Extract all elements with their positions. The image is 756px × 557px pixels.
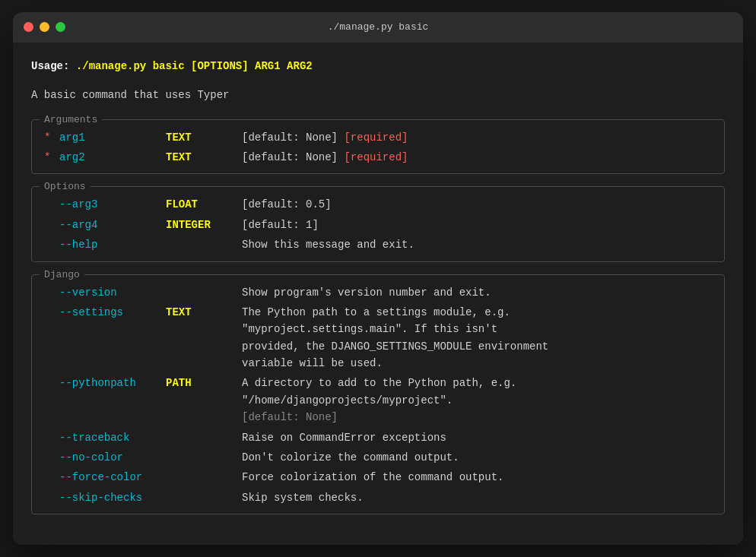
- table-row: --traceback Raise on CommandError except…: [32, 428, 724, 448]
- option-desc: The Python path to a settings module, e.…: [242, 304, 712, 372]
- desc-line: "/home/djangoprojects/myproject".: [242, 392, 712, 409]
- usage-label: Usage:: [31, 60, 69, 72]
- option-desc: Raise on CommandError exceptions: [242, 429, 712, 446]
- table-row: --arg3 FLOAT [default: 0.5]: [32, 195, 724, 214]
- arg-type: TEXT: [166, 129, 242, 146]
- option-name: --arg4: [59, 217, 166, 233]
- option-desc: A directory to add to the Python path, e…: [242, 375, 712, 426]
- desc-line: "myproject.settings.main". If this isn't: [242, 321, 712, 337]
- option-name: --version: [59, 284, 166, 301]
- table-row: --pythonpath PATH A directory to add to …: [32, 373, 724, 427]
- desc-line: A directory to add to the Python path, e…: [242, 375, 712, 391]
- arguments-section: Arguments * arg1 TEXT [default: None] [r…: [31, 119, 725, 175]
- description: A basic command that uses Typer: [31, 87, 725, 103]
- option-name: --arg3: [59, 196, 166, 213]
- option-type: TEXT: [166, 304, 242, 321]
- option-type: PATH: [166, 375, 242, 391]
- usage-command: ./manage.py basic [OPTIONS] ARG1 ARG2: [76, 60, 313, 72]
- maximize-button[interactable]: [56, 22, 65, 32]
- terminal-window: ./manage.py basic Usage: ./manage.py bas…: [13, 12, 743, 545]
- table-row: --skip-checks Skip system checks.: [32, 488, 724, 508]
- option-desc: Skip system checks.: [242, 489, 712, 506]
- option-name: --help: [59, 236, 166, 253]
- option-name: --pythonpath: [59, 375, 166, 391]
- django-label: Django: [40, 267, 84, 283]
- option-desc: Show program's version number and exit.: [242, 284, 712, 301]
- titlebar: ./manage.py basic: [13, 12, 743, 43]
- option-desc: Show this message and exit.: [242, 236, 712, 253]
- terminal-body: Usage: ./manage.py basic [OPTIONS] ARG1 …: [13, 43, 743, 545]
- option-type: INTEGER: [166, 217, 242, 233]
- table-row: --version Show program's version number …: [32, 283, 724, 302]
- arg-desc: [default: None] [required]: [242, 129, 712, 146]
- desc-line: The Python path to a settings module, e.…: [242, 304, 712, 321]
- table-row: --force-color Force colorization of the …: [32, 467, 724, 487]
- table-row: --arg4 INTEGER [default: 1]: [32, 215, 724, 235]
- option-desc: Force colorization of the command output…: [242, 469, 712, 486]
- window-title: ./manage.py basic: [328, 21, 429, 33]
- traffic-lights: [24, 22, 65, 32]
- option-name: --traceback: [59, 429, 166, 446]
- minimize-button[interactable]: [40, 22, 49, 32]
- option-name: --force-color: [59, 469, 166, 486]
- arg-desc: [default: None] [required]: [242, 149, 712, 166]
- desc-line: variable will be used.: [242, 355, 712, 372]
- django-section: Django --version Show program's version …: [31, 274, 725, 515]
- arg-name: arg2: [59, 149, 166, 166]
- table-row: * arg1 TEXT [default: None] [required]: [32, 128, 724, 147]
- option-desc: [default: 0.5]: [242, 196, 712, 213]
- close-button[interactable]: [24, 22, 33, 32]
- table-row: --no-color Don't colorize the command ou…: [32, 448, 724, 467]
- option-name: --skip-checks: [59, 489, 166, 506]
- arguments-label: Arguments: [40, 112, 102, 128]
- option-desc: Don't colorize the command output.: [242, 449, 712, 466]
- required-star: *: [44, 149, 59, 166]
- option-type: FLOAT: [166, 196, 242, 213]
- options-section: Options --arg3 FLOAT [default: 0.5] --ar…: [31, 186, 725, 261]
- option-name: --no-color: [59, 449, 166, 466]
- options-label: Options: [40, 179, 91, 195]
- required-star: *: [44, 129, 59, 146]
- option-desc: [default: 1]: [242, 217, 712, 233]
- table-row: --help Show this message and exit.: [32, 235, 724, 255]
- table-row: * arg2 TEXT [default: None] [required]: [32, 147, 724, 167]
- arg-type: TEXT: [166, 149, 242, 166]
- option-name: --settings: [59, 304, 166, 321]
- arg-name: arg1: [59, 129, 166, 146]
- table-row: --settings TEXT The Python path to a set…: [32, 302, 724, 374]
- desc-line: provided, the DJANGO_SETTINGS_MODULE env…: [242, 338, 712, 355]
- usage-line: Usage: ./manage.py basic [OPTIONS] ARG1 …: [31, 58, 725, 74]
- desc-line-gray: [default: None]: [242, 409, 712, 426]
